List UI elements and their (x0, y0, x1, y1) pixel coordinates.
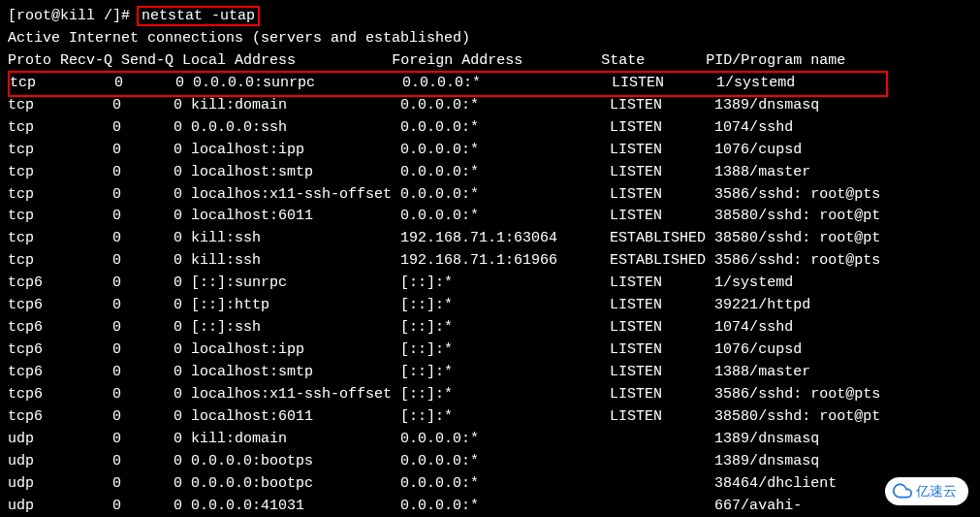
watermark-text: 亿速云 (916, 481, 957, 501)
table-row: tcp6 0 0 localhos:x11-ssh-offset [::]:* … (8, 384, 972, 406)
command-highlight-box: netstat -utap (137, 6, 260, 26)
table-row: tcp 0 0 localhost:6011 0.0.0.0:* LISTEN … (8, 206, 972, 228)
col-recvq: Recv-Q (60, 52, 112, 69)
table-row: tcp6 0 0 localhost:ipp [::]:* LISTEN 107… (8, 339, 972, 362)
shell-prompt: [root@kill /]# (8, 8, 139, 24)
table-row: tcp 0 0 kill:domain 0.0.0.0:* LISTEN 138… (8, 95, 972, 117)
watermark-badge: 亿速云 (885, 477, 968, 505)
col-state: State (601, 52, 645, 69)
table-row: tcp6 0 0 [::]:http [::]:* LISTEN 39221/h… (8, 295, 972, 317)
table-row: tcp 0 0 localhost:ipp 0.0.0.0:* LISTEN 1… (8, 140, 972, 162)
table-row: tcp 0 0 kill:ssh 192.168.71.1:63064 ESTA… (8, 228, 972, 250)
table-row: udp 0 0 0.0.0.0:bootpc 0.0.0.0:* 38464/d… (8, 473, 972, 496)
table-row: udp 0 0 kill:domain 0.0.0.0:* 1389/dnsma… (8, 429, 972, 451)
shell-prompt-line: [root@kill /]# netstat -utap (8, 6, 972, 28)
table-row: tcp6 0 0 localhost:smtp [::]:* LISTEN 13… (8, 362, 972, 384)
cloud-icon (893, 481, 912, 501)
output-header: Active Internet connections (servers and… (8, 28, 972, 50)
col-pid: PID/Program name (706, 52, 845, 69)
col-proto: Proto (8, 52, 51, 69)
table-row: udp 0 0 0.0.0.0:bootps 0.0.0.0:* 1389/dn… (8, 451, 972, 473)
table-row: tcp 0 0 0.0.0.0:ssh 0.0.0.0:* LISTEN 107… (8, 117, 972, 140)
table-row: tcp 0 0 localhos:x11-ssh-offset 0.0.0.0:… (8, 184, 972, 207)
table-row: udp 0 0 0.0.0.0:41031 0.0.0.0:* 667/avah… (8, 496, 972, 517)
col-sendq: Send-Q (121, 52, 174, 69)
column-headers: Proto Recv-Q Send-Q Local Address Foreig… (8, 50, 972, 73)
table-row: tcp6 0 0 [::]:ssh [::]:* LISTEN 1074/ssh… (8, 317, 972, 339)
col-foreign: Foreign Address (392, 52, 522, 69)
table-row: tcp 0 0 localhost:smtp 0.0.0.0:* LISTEN … (8, 162, 972, 184)
table-row: tcp6 0 0 [::]:sunrpc [::]:* LISTEN 1/sys… (8, 273, 972, 295)
command-text: netstat -utap (142, 8, 255, 24)
col-local: Local Address (182, 52, 296, 69)
table-row: tcp 0 0 0.0.0.0:sunrpc 0.0.0.0:* LISTEN … (8, 71, 888, 97)
table-row: tcp6 0 0 localhost:6011 [::]:* LISTEN 38… (8, 406, 972, 429)
netstat-rows: tcp 0 0 0.0.0.0:sunrpc 0.0.0.0:* LISTEN … (8, 71, 972, 517)
table-row: tcp 0 0 kill:ssh 192.168.71.1:61966 ESTA… (8, 250, 972, 273)
